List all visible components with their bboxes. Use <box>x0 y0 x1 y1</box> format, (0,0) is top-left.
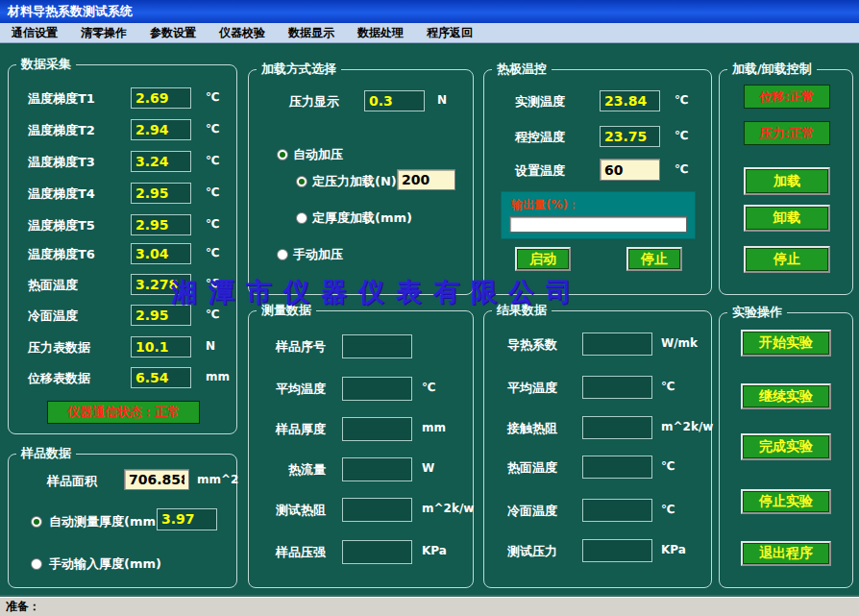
panel-result-data: 结果数据 导热系数 W/mk 平均温度 ℃ 接触热阻 m^2k/w 热面温度 ℃… <box>483 310 712 588</box>
menu-data-display[interactable]: 数据显示 <box>277 25 346 41</box>
panel-title-load-control: 加载/卸载控制 <box>727 62 817 77</box>
load-button[interactable]: 加载 <box>744 167 830 195</box>
acq-value-display: 3.24 <box>131 151 191 172</box>
panel-temp-control: 热极温控 实测温度 23.84 ℃ 程控温度 23.75 ℃ 设置温度 ℃ 输出… <box>483 69 712 295</box>
panel-title-temp-control: 热极温控 <box>492 62 552 77</box>
sample-area-input[interactable] <box>124 469 189 490</box>
program-temp-display: 23.75 <box>600 126 660 147</box>
stop-experiment-button[interactable]: 停止实验 <box>741 489 831 514</box>
status-bar: 准备： <box>0 597 859 616</box>
radio-manual-pressurize-label: 手动加压 <box>293 246 343 263</box>
menu-zero-operation[interactable]: 清零操作 <box>69 25 138 41</box>
res-unit: m^2k/w <box>661 420 713 433</box>
panel-data-acquisition: 数据采集 温度梯度T1 2.69 ℃ 温度梯度T2 2.94 ℃ 温度梯度T3 … <box>8 64 237 434</box>
load-stop-button[interactable]: 停止 <box>744 246 830 273</box>
panel-experiment-ops: 实验操作 开始实验 继续实验 完成实验 停止实验 退出程序 <box>719 312 853 588</box>
acq-value-display: 2.95 <box>131 214 191 235</box>
meas-unit: KPa <box>422 544 447 557</box>
res-label: 测试压力 <box>507 543 557 560</box>
panel-title-measurement: 测量数据 <box>257 303 316 318</box>
meas-unit: ℃ <box>422 381 436 394</box>
radio-auto-thickness-label: 自动测量厚度(mm) <box>49 513 161 530</box>
res-label: 热面温度 <box>507 459 557 477</box>
meas-label: 样品序号 <box>270 338 326 356</box>
acq-label: 温度梯度T1 <box>28 90 95 108</box>
radio-const-thickness[interactable] <box>296 212 307 224</box>
meas-value-display <box>342 498 412 522</box>
res-value-display <box>582 333 652 356</box>
program-temp-unit: ℃ <box>675 129 689 142</box>
radio-const-pressure-label: 定压力加载(N) <box>312 173 397 190</box>
meas-label: 样品厚度 <box>270 421 326 438</box>
radio-const-pressure[interactable] <box>296 176 307 187</box>
unload-button[interactable]: 卸载 <box>744 205 830 232</box>
acq-unit: ℃ <box>206 277 220 290</box>
program-temp-label: 程控温度 <box>515 129 565 146</box>
radio-auto-pressurize[interactable] <box>277 149 288 160</box>
res-label: 导热系数 <box>507 336 557 354</box>
const-pressure-input[interactable] <box>397 169 455 190</box>
heater-start-button[interactable]: 启动 <box>515 247 571 271</box>
acq-value-display: 3.04 <box>131 243 191 264</box>
acq-value-display: 6.54 <box>131 367 191 388</box>
acq-label: 温度梯度T5 <box>28 217 95 234</box>
panel-title-acquisition: 数据采集 <box>16 57 76 72</box>
acq-label: 温度梯度T3 <box>28 154 95 171</box>
panel-measurement-data: 测量数据 样品序号 平均温度 ℃ 样品厚度 mm 热流量 W 测试热阻 m^2k… <box>248 310 474 588</box>
meas-unit: W <box>422 461 434 475</box>
panel-sample-data: 样品数据 样品面积 mm^2 自动测量厚度(mm) 3.97 手动输入厚度(mm… <box>8 454 237 588</box>
panel-title-sample: 样品数据 <box>16 446 76 461</box>
acq-label: 热面温度 <box>28 277 78 294</box>
finish-experiment-button[interactable]: 完成实验 <box>741 433 831 460</box>
res-unit: ℃ <box>661 459 675 473</box>
res-value-display <box>582 376 652 399</box>
heater-stop-button[interactable]: 停止 <box>626 247 682 271</box>
acq-value-display: 2.95 <box>131 183 191 204</box>
displacement-status-indicator: 位移:正常 <box>744 85 830 109</box>
menu-param-settings[interactable]: 参数设置 <box>138 25 208 41</box>
pressure-status-indicator: 压力:正常 <box>744 121 830 145</box>
exit-program-button[interactable]: 退出程序 <box>741 541 831 566</box>
radio-auto-pressurize-label: 自动加压 <box>293 146 343 163</box>
auto-thickness-value-display: 3.97 <box>157 508 217 530</box>
meas-value-display <box>342 540 412 564</box>
radio-manual-pressurize[interactable] <box>277 249 288 260</box>
res-unit: W/mk <box>661 336 698 350</box>
panel-title-results: 结果数据 <box>492 303 552 318</box>
res-value-display <box>582 416 652 439</box>
set-temp-input[interactable] <box>600 159 660 181</box>
menu-data-process[interactable]: 数据处理 <box>346 25 415 41</box>
set-temp-label: 设置温度 <box>515 162 565 180</box>
menu-bar: 通信设置 清零操作 参数设置 仪器校验 数据显示 数据处理 程序返回 <box>0 23 859 43</box>
acq-label: 冷面温度 <box>28 308 78 325</box>
meas-value-display <box>342 457 412 481</box>
menu-calibration[interactable]: 仪器校验 <box>208 25 277 41</box>
res-value-display <box>582 499 652 522</box>
acq-label: 温度梯度T4 <box>28 185 95 203</box>
continue-experiment-button[interactable]: 继续实验 <box>741 383 831 409</box>
acq-label: 位移表数据 <box>28 370 90 387</box>
res-label: 平均温度 <box>507 380 557 397</box>
start-experiment-button[interactable]: 开始实验 <box>741 330 831 357</box>
acq-unit: ℃ <box>206 308 220 321</box>
acq-value-display: 2.69 <box>131 87 191 109</box>
menu-comm-settings[interactable]: 通信设置 <box>0 25 69 41</box>
res-value-display <box>582 539 652 562</box>
res-unit: ℃ <box>661 503 675 516</box>
meas-label: 样品压强 <box>270 544 326 561</box>
menu-program-return[interactable]: 程序返回 <box>415 25 484 41</box>
acq-unit: ℃ <box>206 122 220 136</box>
acq-label: 温度梯度T2 <box>28 122 95 139</box>
radio-const-thickness-label: 定厚度加载(mm) <box>312 209 412 227</box>
radio-auto-thickness[interactable] <box>31 516 42 528</box>
sample-area-label: 样品面积 <box>47 473 97 490</box>
res-unit: ℃ <box>661 380 675 393</box>
meas-value-display <box>342 334 412 358</box>
acq-unit: ℃ <box>206 154 220 167</box>
comm-status-indicator: 仪器通信状态：正常 <box>47 401 200 424</box>
acq-unit: ℃ <box>206 246 220 259</box>
pressure-display-label: 压力显示 <box>289 93 339 111</box>
radio-manual-thickness[interactable] <box>31 558 42 570</box>
title-bar: 材料导热系数测试系统 <box>0 0 859 23</box>
meas-label: 平均温度 <box>270 381 326 398</box>
